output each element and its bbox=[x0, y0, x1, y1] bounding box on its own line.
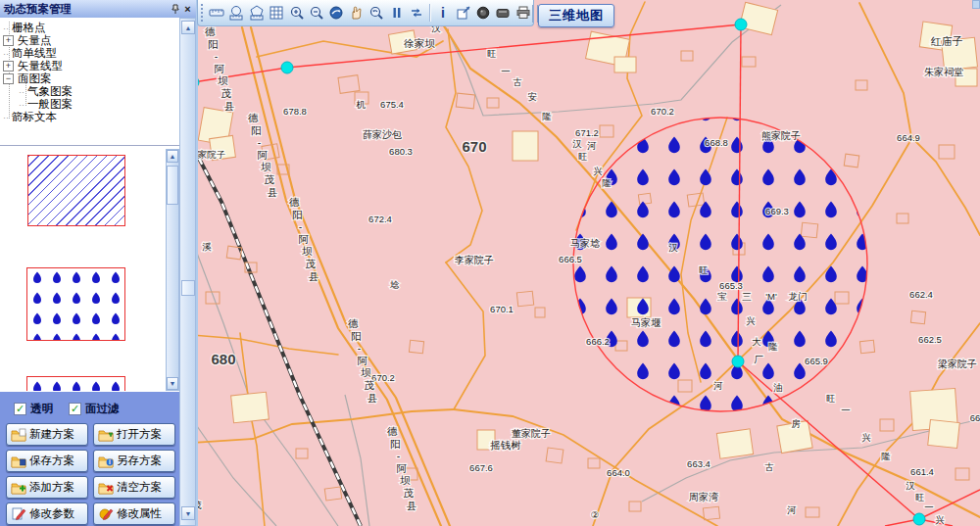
pattern-fill-region[interactable] bbox=[573, 118, 867, 411]
folder-add-icon bbox=[11, 480, 26, 495]
scrollbar-thumb[interactable] bbox=[181, 280, 195, 296]
pause-icon[interactable] bbox=[386, 2, 406, 24]
map-label: 'M' bbox=[765, 291, 777, 302]
expand-plus-icon[interactable]: + bbox=[3, 61, 14, 72]
scrollbar-thumb[interactable] bbox=[167, 166, 178, 205]
map-label: 宝 bbox=[717, 291, 727, 302]
info-icon[interactable]: i bbox=[433, 2, 453, 24]
checkbox-check-icon[interactable]: ✓ bbox=[69, 403, 81, 415]
road-name-label: 茂 bbox=[220, 87, 231, 99]
vertex-handle[interactable] bbox=[735, 19, 747, 30]
map-label: 665.9 bbox=[805, 356, 828, 366]
saveas-plan-button[interactable]: i另存方案 bbox=[93, 450, 175, 472]
modify-params-button[interactable]: 修改参数 bbox=[6, 502, 88, 525]
map-label: 厂 bbox=[754, 354, 763, 364]
zoom-previous-icon[interactable] bbox=[367, 2, 386, 24]
map-label: 梁家院子 bbox=[938, 359, 977, 369]
checkbox-label: 透明 bbox=[30, 402, 53, 416]
scroll-down-icon[interactable]: ▼ bbox=[167, 377, 178, 390]
road-name-label: 县 bbox=[368, 392, 378, 404]
road-name-label: 德 bbox=[387, 425, 398, 437]
map-label: 李家院子 bbox=[455, 255, 494, 265]
building-footprint bbox=[513, 131, 538, 161]
map-label: 一 bbox=[841, 405, 851, 415]
hatch-pattern-swatch[interactable] bbox=[27, 155, 125, 226]
tree-branch-icon: ·· bbox=[19, 87, 24, 97]
map-label: 670.2 bbox=[651, 106, 674, 117]
map-label: 662.4 bbox=[909, 289, 933, 300]
scroll-up-icon[interactable]: ▲ bbox=[181, 21, 195, 34]
map-label: 668.8 bbox=[705, 137, 728, 148]
map-label: 671.2 bbox=[575, 127, 599, 138]
print-icon[interactable] bbox=[514, 2, 533, 24]
pattern-scrollbar[interactable]: ▲ ▼ bbox=[166, 149, 179, 391]
folder-save-icon bbox=[11, 454, 26, 468]
map-label: 埝 bbox=[389, 279, 400, 290]
vertex-handle[interactable] bbox=[732, 356, 744, 367]
vertex-handle[interactable] bbox=[913, 513, 925, 525]
transparent-checkbox[interactable]: ✓透明 bbox=[14, 402, 53, 416]
road-name-label: 茂 bbox=[403, 487, 414, 499]
checkbox-check-icon[interactable]: ✓ bbox=[14, 403, 26, 415]
refresh-icon[interactable] bbox=[407, 2, 426, 24]
map-label: 兴 bbox=[935, 514, 945, 525]
collapse-minus-icon[interactable]: − bbox=[3, 73, 14, 84]
map-label: 66 bbox=[970, 412, 980, 423]
map-label: 663.4 bbox=[687, 458, 710, 469]
measure-distance-icon[interactable] bbox=[207, 2, 226, 24]
map-label: 一 bbox=[924, 502, 934, 512]
add-plan-button[interactable]: 添加方案 bbox=[6, 476, 88, 499]
scroll-down-icon[interactable]: ▼ bbox=[181, 506, 195, 520]
map-label: 河 bbox=[712, 380, 723, 391]
save-plan-button[interactable]: 保存方案 bbox=[6, 450, 88, 472]
pan-hand-icon[interactable] bbox=[347, 2, 367, 24]
map-label: 667.6 bbox=[469, 462, 493, 473]
toolbar-grip[interactable] bbox=[200, 3, 205, 23]
map-canvas[interactable]: 徐家坝汉旺一古安隆机675.4678.8薛家沙包680.3670671.2汉河旺… bbox=[196, 0, 980, 526]
tree-branch-icon: ·· bbox=[19, 100, 24, 110]
svg-text:i: i bbox=[109, 458, 111, 465]
button-label: 修改参数 bbox=[29, 506, 74, 521]
road-name-label: 阳 bbox=[292, 209, 303, 220]
drops-pattern-swatch[interactable] bbox=[26, 267, 125, 341]
new-plan-button[interactable]: 新建方案 bbox=[6, 423, 88, 446]
export-icon[interactable] bbox=[454, 2, 473, 24]
map-3d-button[interactable]: 三维地图 bbox=[538, 4, 614, 27]
tree-item-arrow-text[interactable]: ··箭标文本 bbox=[3, 111, 57, 123]
sidebar-scrollbar[interactable]: ▲ ▼ bbox=[179, 18, 196, 526]
tree-branch-icon: ·· bbox=[3, 24, 9, 33]
modify-props-button[interactable]: 修改属性 bbox=[93, 502, 175, 525]
map-label: 安 bbox=[527, 91, 537, 102]
scan-icon[interactable] bbox=[493, 2, 513, 24]
drops-pattern-swatch-partial[interactable] bbox=[26, 376, 125, 391]
road-name-label: 阿 bbox=[358, 355, 368, 366]
road-name-label: 县 bbox=[407, 500, 417, 511]
snapshot-icon[interactable] bbox=[473, 2, 493, 24]
expand-plus-icon[interactable]: + bbox=[3, 35, 14, 46]
map-label: 隆 bbox=[542, 111, 552, 121]
measure-circle-icon[interactable] bbox=[226, 2, 246, 24]
map-label: 665.3 bbox=[719, 280, 743, 291]
open-plan-button[interactable]: 打开方案 bbox=[93, 423, 175, 446]
application-window: 徐家坝汉旺一古安隆机675.4678.8薛家沙包680.3670671.2汉河旺… bbox=[0, 0, 980, 526]
close-icon[interactable]: × bbox=[181, 3, 194, 16]
road-name-label: 茂 bbox=[264, 173, 274, 185]
tree-branch-icon: ·· bbox=[3, 113, 9, 122]
globe-icon[interactable] bbox=[326, 2, 346, 24]
road-name-label: 阳 bbox=[251, 124, 262, 136]
zoom-out-icon[interactable] bbox=[307, 2, 326, 24]
clear-plan-button[interactable]: 清空方案 bbox=[93, 476, 175, 499]
zoom-in-icon[interactable] bbox=[286, 2, 306, 24]
scroll-up-icon[interactable]: ▲ bbox=[167, 150, 178, 163]
measure-area-icon[interactable] bbox=[247, 2, 267, 24]
window-corner-widget bbox=[972, 0, 980, 9]
building-footprint bbox=[716, 429, 753, 458]
grid-icon[interactable] bbox=[267, 2, 286, 24]
pin-icon[interactable] bbox=[169, 3, 181, 16]
button-label: 保存方案 bbox=[29, 454, 74, 468]
map-label: 旺 bbox=[699, 264, 709, 275]
area-filter-checkbox[interactable]: ✓面过滤 bbox=[69, 402, 120, 416]
vertex-handle[interactable] bbox=[281, 62, 293, 73]
map-label: 隆 bbox=[881, 451, 891, 461]
edit-props-icon bbox=[98, 506, 114, 521]
